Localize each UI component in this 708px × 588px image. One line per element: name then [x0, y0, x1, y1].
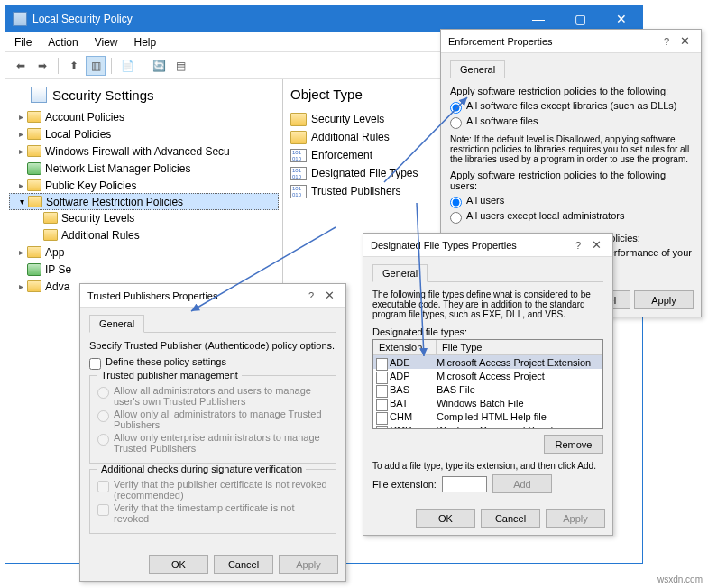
- tab-general[interactable]: General: [89, 315, 144, 333]
- filetype-row[interactable]: ADEMicrosoft Access Project Extension: [373, 355, 602, 369]
- tab-general[interactable]: General: [372, 264, 428, 282]
- apply-button[interactable]: Apply: [634, 290, 694, 309]
- cancel-button[interactable]: Cancel: [214, 555, 273, 574]
- filetype-row[interactable]: BATWindows Batch File: [373, 396, 602, 409]
- ok-button[interactable]: OK: [149, 555, 208, 574]
- tab-general[interactable]: General: [450, 60, 505, 78]
- tree-item[interactable]: ▸Windows Firewall with Advanced Secu: [9, 142, 279, 160]
- check-timestamp-cert: Verify that the timestamp certificate is…: [97, 502, 328, 524]
- filetype-row[interactable]: BASBAS File: [373, 382, 602, 396]
- refresh-button[interactable]: 🔄: [149, 56, 169, 76]
- forward-button[interactable]: ➡: [32, 56, 52, 76]
- app-icon: [13, 12, 27, 26]
- export-button[interactable]: 📄: [117, 56, 137, 76]
- radio-all-users[interactable]: All users: [450, 195, 692, 208]
- check-publisher-cert: Verify that the publisher certificate is…: [97, 479, 328, 501]
- ok-button[interactable]: OK: [416, 509, 475, 528]
- tree-root[interactable]: Security Settings: [9, 85, 279, 108]
- cancel-button[interactable]: Cancel: [481, 509, 540, 528]
- menu-file[interactable]: File: [14, 36, 32, 49]
- extension-input[interactable]: [442, 476, 487, 492]
- radio-all-software[interactable]: All software files: [450, 115, 692, 129]
- trusted-publishers-dialog: Trusted Publishers Properties ? ✕ Genera…: [79, 283, 346, 582]
- watermark: wsxdn.com: [657, 574, 703, 584]
- close-icon[interactable]: ✕: [320, 289, 338, 302]
- close-icon[interactable]: ✕: [587, 238, 605, 252]
- close-icon[interactable]: ✕: [676, 34, 694, 48]
- help-button[interactable]: ?: [302, 290, 320, 301]
- properties-button[interactable]: ▤: [170, 56, 190, 76]
- define-policy-checkbox[interactable]: Define these policy settings: [89, 356, 336, 370]
- tree-item[interactable]: Network List Manager Policies: [9, 160, 279, 177]
- apply-button[interactable]: Apply: [279, 555, 338, 574]
- filetype-list[interactable]: Extension File Type ADEMicrosoft Access …: [372, 339, 603, 429]
- help-button[interactable]: ?: [569, 240, 587, 251]
- help-button[interactable]: ?: [657, 36, 676, 47]
- add-button[interactable]: Add: [492, 474, 552, 493]
- remove-button[interactable]: Remove: [544, 435, 603, 454]
- radio-all-except-libs[interactable]: All software files except libraries (suc…: [450, 100, 692, 114]
- apply-button[interactable]: Apply: [546, 509, 605, 528]
- filetype-row[interactable]: ADPMicrosoft Access Project: [373, 369, 602, 382]
- menu-help[interactable]: Help: [134, 36, 157, 49]
- radio-only-admins: Allow only all administrators to manage …: [97, 409, 328, 430]
- security-icon: [31, 87, 47, 103]
- filetype-row[interactable]: CMDWindows Command Script: [373, 423, 602, 429]
- dialog-titlebar[interactable]: Trusted Publishers Properties ? ✕: [80, 284, 345, 308]
- menu-action[interactable]: Action: [48, 36, 78, 49]
- dialog-titlebar[interactable]: Enforcement Properties ? ✕: [441, 30, 701, 53]
- show-hide-button[interactable]: ▥: [86, 56, 106, 76]
- tree-item[interactable]: Security Levels: [9, 209, 279, 226]
- tree-item[interactable]: ▸Account Policies: [9, 108, 279, 125]
- tree-item[interactable]: IP Se: [9, 261, 279, 278]
- tree-item[interactable]: ▸App: [9, 243, 279, 261]
- tree-item[interactable]: ▸Public Key Policies: [9, 177, 279, 194]
- tree-item[interactable]: ▸Local Policies: [9, 125, 279, 142]
- dialog-titlebar[interactable]: Designated File Types Properties ? ✕: [363, 234, 612, 257]
- menu-view[interactable]: View: [95, 36, 118, 49]
- back-button[interactable]: ⬅: [11, 56, 31, 76]
- radio-except-admins[interactable]: All users except local administrators: [450, 210, 692, 224]
- window-title: Local Security Policy: [32, 13, 133, 25]
- radio-all-admins-users: Allow all administrators and users to ma…: [97, 385, 328, 407]
- designated-filetypes-dialog: Designated File Types Properties ? ✕ Gen…: [363, 233, 613, 536]
- tree-item[interactable]: ▾Software Restriction Policies: [9, 193, 279, 210]
- radio-only-enterprise: Allow only enterprise administrators to …: [97, 432, 328, 454]
- tree-item[interactable]: Additional Rules: [9, 226, 279, 243]
- filetype-row[interactable]: CHMCompiled HTML Help file: [373, 409, 602, 423]
- up-button[interactable]: ⬆: [64, 56, 84, 76]
